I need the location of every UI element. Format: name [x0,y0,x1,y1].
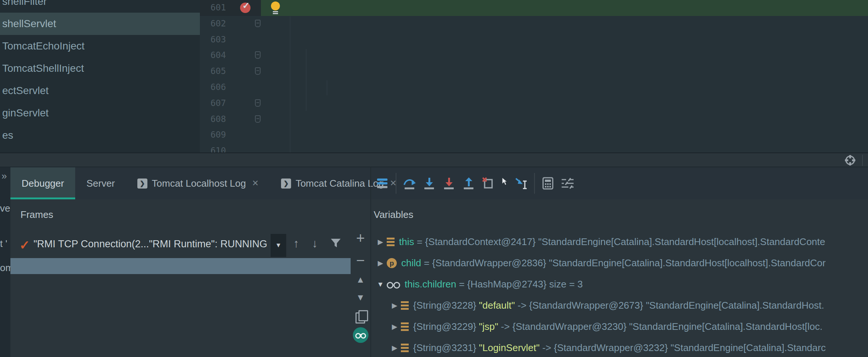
gutter-row[interactable]: 604 [200,47,285,63]
duplicate-watch-icon[interactable] [355,312,365,324]
watches-toolbar: + − ▲ ▼ [351,167,370,357]
stack-frame-row[interactable] [10,337,351,353]
code-line[interactable] [285,47,868,63]
project-tree-item[interactable]: shellFilter [0,0,200,13]
variable-text: {String@3228} "default" -> {StandardWrap… [413,300,824,311]
project-tree-item-label: TomcatEchoInject [2,40,84,52]
debug-tool-window: » vel t ' om Debugger Server ❯ Tomcat Lo… [0,167,868,357]
line-number: 604 [200,47,226,63]
project-tree-item[interactable]: shellServlet [0,13,200,35]
variable-row[interactable]: ▶ this = {StandardContext@2417} "Standar… [371,231,868,253]
remove-watch-icon[interactable]: − [351,252,370,269]
variables-list: ▶ this = {StandardContext@2417} "Standar… [371,167,868,357]
ide-window: shellFilter shellServlet TomcatEchoInjec… [0,0,868,357]
gutter-row[interactable]: 608 [200,111,285,127]
code-line[interactable] [285,0,868,16]
line-number: 601 [200,0,226,16]
variable-row[interactable]: ▶ {String@3231} "LoginServlet" -> {Stand… [371,337,868,357]
line-number: 610 [200,143,226,153]
code-editor[interactable]: 601 602 603 604 605 606 [200,0,868,153]
variable-type-icon [401,301,409,310]
line-number: 605 [200,63,226,79]
code-line[interactable] [285,127,868,143]
project-tree-item-label: es [2,129,13,141]
project-tree-item[interactable]: es [0,124,200,147]
stack-frame-row[interactable] [10,353,351,357]
project-tree-item-label: ginServlet [2,107,49,119]
variable-type-icon [401,322,409,331]
tree-expand-icon[interactable]: ▶ [374,259,387,267]
variable-text: this = {StandardContext@2417} "StandardE… [399,236,825,248]
code-line[interactable] [285,111,868,127]
gutter-row[interactable]: 606 [200,79,285,95]
fold-marker-icon[interactable] [255,20,261,27]
variable-type-icon [401,344,409,353]
stack-frame-row[interactable] [10,258,351,274]
stripe-fragment[interactable]: vel [0,203,10,214]
line-number: 603 [200,32,226,48]
line-number: 606 [200,79,226,95]
variable-text: {String@3229} "jsp" -> {StandardWrapper@… [413,321,823,332]
project-tree-item[interactable]: ectServlet [0,80,200,102]
fold-marker-icon[interactable] [255,67,261,75]
gutter-row[interactable]: 602 [200,16,285,32]
tree-expand-icon[interactable]: ▶ [388,344,401,352]
code-line[interactable] [285,32,868,48]
variable-type-icon [387,281,400,288]
variable-row[interactable]: ▼ this.children = {HashMap@2743} size = … [371,274,868,295]
stack-frame-row[interactable] [10,321,351,337]
variable-type-icon: p [387,258,397,268]
breakpoint-icon[interactable] [240,3,250,13]
project-tree-item[interactable]: TomcatEchoInject [0,35,200,57]
code-line[interactable] [285,143,868,153]
fold-marker-icon[interactable] [255,115,261,123]
gutter-row[interactable]: 603 [200,32,285,48]
gutter-row[interactable]: 607 [200,95,285,111]
stripe-fragment[interactable]: t ' [0,238,10,250]
tree-expand-icon[interactable]: ▶ [374,238,387,246]
strip-separator [862,155,863,166]
gutter-row[interactable]: 605 [200,63,285,79]
variable-text: {String@3231} "LoginServlet" -> {Standar… [413,342,826,354]
gutter-row[interactable]: 610 [200,143,285,153]
project-tree: shellFilter shellServlet TomcatEchoInjec… [0,0,200,152]
code-line[interactable] [285,63,868,79]
project-tree-item-label: shellFilter [2,0,47,7]
project-tree-item[interactable]: TomcatShellInject [0,57,200,80]
stack-frame-row[interactable] [10,290,351,306]
line-number: 609 [200,127,226,143]
code-line[interactable] [285,79,868,95]
fold-marker-icon[interactable] [255,51,261,59]
variable-text: child = {StandardWrapper@2836} "Standard… [401,257,826,269]
add-watch-icon[interactable]: + [351,230,370,247]
code-line[interactable] [285,16,868,32]
variable-row[interactable]: ▶ {String@3228} "default" -> {StandardWr… [371,295,868,316]
show-watches-glasses-icon[interactable] [353,327,368,343]
project-tree-item-label: TomcatShellInject [2,62,84,74]
variable-type-icon [387,238,395,247]
variable-row[interactable]: ▶ {String@3229} "jsp" -> {StandardWrappe… [371,316,868,337]
stripe-fragment[interactable]: om [0,262,10,274]
debug-window-header-strip [0,152,868,167]
tree-expand-icon[interactable]: ▶ [388,301,401,310]
code-line[interactable] [285,95,868,111]
tree-expand-icon[interactable]: ▼ [374,280,387,289]
move-watch-up-icon[interactable]: ▲ [351,274,370,285]
variable-row[interactable]: ▶ p child = {StandardWrapper@2836} "Stan… [371,253,868,274]
stack-frame-row[interactable] [10,274,351,290]
intention-lightbulb-icon[interactable] [271,1,280,14]
line-number: 608 [200,111,226,127]
tree-expand-icon[interactable]: ▶ [388,322,401,331]
project-tree-item-label: shellServlet [2,18,56,30]
tool-window-stripe: » vel t ' om [0,167,10,357]
stack-frame-row[interactable] [10,306,351,322]
move-watch-down-icon[interactable]: ▼ [351,292,370,303]
project-tree-item[interactable]: ginServlet [0,102,200,124]
more-tool-windows-icon[interactable]: » [1,170,7,182]
crosshair-target-icon[interactable] [844,154,856,166]
gutter-row[interactable]: 609 [200,127,285,143]
variable-text: this.children = {HashMap@2743} size = 3 [405,279,583,290]
fold-marker-icon[interactable] [255,99,261,107]
frames-list [10,167,351,357]
line-number: 607 [200,95,226,111]
